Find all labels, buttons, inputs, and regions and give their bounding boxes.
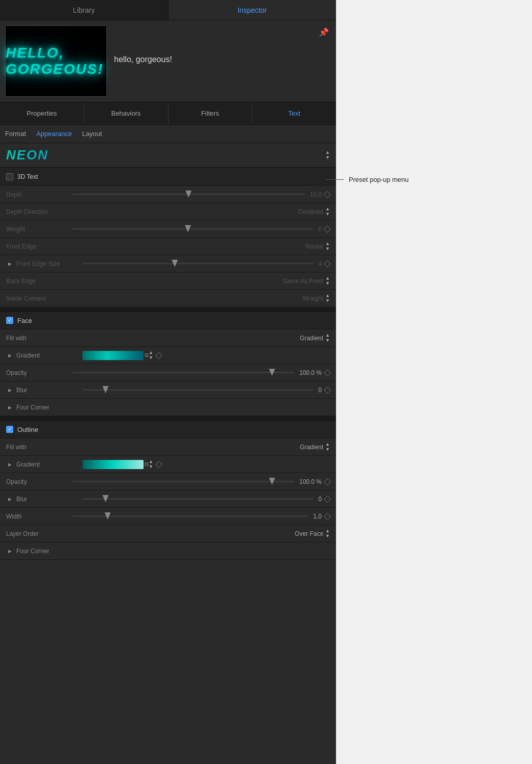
front-edge-size-row: ▶ Front Edge Size 4 bbox=[0, 255, 336, 272]
3d-text-header: 3D Text bbox=[0, 168, 336, 186]
front-edge-row: Front Edge Round ▲▼ bbox=[0, 238, 336, 255]
weight-slider[interactable] bbox=[72, 228, 313, 230]
outline-width-row: Width 1.0 bbox=[0, 508, 336, 525]
depth-direction-arrows[interactable]: ▲▼ bbox=[325, 207, 330, 217]
inside-corners-arrows[interactable]: ▲▼ bbox=[325, 293, 330, 304]
3d-text-checkbox[interactable] bbox=[6, 173, 13, 180]
preview-title: hello, gorgeous! bbox=[114, 55, 172, 64]
inside-corners-value: Straight ▲▼ bbox=[302, 293, 330, 304]
inside-corners-row: Inside Corners Straight ▲▼ bbox=[0, 290, 336, 307]
outline-layer-order-label: Layer Order bbox=[6, 530, 67, 537]
outline-gradient-arrows[interactable]: ▲▼ bbox=[149, 459, 153, 470]
weight-keyframe[interactable] bbox=[324, 225, 331, 232]
outline-layer-order-value: Over Face ▲▼ bbox=[295, 529, 330, 539]
pin-icon[interactable]: 📌 bbox=[319, 28, 329, 37]
face-label: Face bbox=[17, 317, 32, 324]
face-gradient-swatch[interactable] bbox=[82, 351, 144, 360]
face-blur-keyframe[interactable] bbox=[324, 386, 331, 393]
subtab-appearance[interactable]: Appearance bbox=[36, 130, 72, 138]
back-edge-arrows[interactable]: ▲▼ bbox=[325, 276, 330, 286]
tab-filters[interactable]: Filters bbox=[169, 102, 253, 124]
outline-blur-thumb[interactable] bbox=[102, 495, 108, 502]
front-edge-size-slider[interactable] bbox=[82, 263, 313, 264]
outline-opacity-value: 100.0 % bbox=[299, 478, 322, 485]
tab-library[interactable]: Library bbox=[0, 0, 169, 20]
outline-layer-order-arrows[interactable]: ▲▼ bbox=[325, 529, 330, 539]
depth-row: Depth 10.0 bbox=[0, 186, 336, 203]
outline-blur-expand[interactable]: ▶ bbox=[6, 496, 13, 503]
outline-blur-slider[interactable] bbox=[82, 498, 313, 500]
face-blur-thumb[interactable] bbox=[102, 386, 108, 393]
face-checkbox[interactable]: ✓ bbox=[6, 317, 13, 324]
outline-width-value: 1.0 bbox=[313, 513, 322, 520]
outline-opacity-keyframe[interactable] bbox=[324, 478, 331, 485]
face-fill-arrows[interactable]: ▲▼ bbox=[325, 333, 330, 343]
face-blur-slider[interactable] bbox=[82, 389, 313, 391]
outline-opacity-label: Opacity bbox=[6, 478, 67, 485]
outline-gradient-keyframe[interactable] bbox=[155, 460, 162, 468]
tab-properties[interactable]: Properties bbox=[0, 102, 84, 124]
subtab-layout[interactable]: Layout bbox=[82, 130, 102, 138]
outline-width-slider[interactable] bbox=[72, 515, 308, 517]
outline-blur-row: ▶ Blur 0 bbox=[0, 490, 336, 508]
face-blur-row: ▶ Blur 0 bbox=[0, 381, 336, 399]
outline-opacity-thumb[interactable] bbox=[269, 478, 275, 485]
outline-label: Outline bbox=[17, 426, 38, 433]
outline-fill-arrows[interactable]: ▲▼ bbox=[325, 442, 330, 452]
depth-direction-label: Depth Direction bbox=[6, 208, 67, 215]
front-edge-size-expand[interactable]: ▶ bbox=[6, 260, 13, 267]
outline-gradient-copy[interactable]: ⧉ bbox=[145, 461, 149, 468]
depth-direction-value: Centered ▲▼ bbox=[298, 207, 330, 217]
divider-2 bbox=[0, 416, 336, 420]
front-edge-size-keyframe[interactable] bbox=[324, 260, 331, 267]
face-four-corner-expand[interactable]: ▶ bbox=[6, 404, 13, 411]
main-tab-bar: Library Inspector bbox=[0, 0, 336, 20]
face-opacity-keyframe[interactable] bbox=[324, 369, 331, 376]
face-opacity-label: Opacity bbox=[6, 369, 67, 376]
face-gradient-keyframe[interactable] bbox=[155, 351, 162, 359]
3d-text-label: 3D Text bbox=[17, 173, 38, 180]
face-gradient-label: Gradient bbox=[16, 352, 77, 359]
front-edge-label: Front Edge bbox=[6, 243, 67, 250]
outline-gradient-swatch[interactable] bbox=[82, 460, 144, 469]
outline-fill-value: Gradient ▲▼ bbox=[300, 442, 330, 452]
face-opacity-row: Opacity 100.0 % bbox=[0, 364, 336, 381]
face-gradient-arrows[interactable]: ▲▼ bbox=[149, 350, 153, 361]
outline-opacity-slider[interactable] bbox=[72, 481, 294, 482]
face-gradient-row: ▶ Gradient ⧉ ▲▼ bbox=[0, 347, 336, 364]
outline-checkbox[interactable]: ✓ bbox=[6, 426, 13, 433]
face-opacity-slider[interactable] bbox=[72, 372, 294, 373]
depth-label: Depth bbox=[6, 191, 67, 198]
outline-width-thumb[interactable] bbox=[104, 512, 110, 520]
subtab-format[interactable]: Format bbox=[5, 130, 26, 138]
outline-gradient-expand[interactable]: ▶ bbox=[6, 461, 13, 468]
front-edge-size-thumb[interactable] bbox=[172, 260, 178, 267]
depth-slider[interactable] bbox=[72, 194, 305, 195]
face-blur-expand[interactable]: ▶ bbox=[6, 387, 13, 394]
callout-text: Preset pop-up menu bbox=[349, 176, 409, 183]
weight-thumb[interactable] bbox=[185, 225, 191, 232]
face-fill-value: Gradient ▲▼ bbox=[300, 333, 330, 343]
face-gradient-copy[interactable]: ⧉ bbox=[145, 352, 149, 359]
outline-width-keyframe[interactable] bbox=[324, 512, 331, 520]
preset-updown-arrows: ▲▼ bbox=[325, 150, 330, 160]
outline-blur-keyframe[interactable] bbox=[324, 495, 331, 502]
face-gradient-expand[interactable]: ▶ bbox=[6, 352, 13, 359]
face-opacity-value: 100.0 % bbox=[299, 369, 322, 376]
section-tabs: Properties Behaviors Filters Text bbox=[0, 102, 336, 125]
depth-thumb[interactable] bbox=[185, 190, 191, 198]
tab-inspector[interactable]: Inspector bbox=[169, 0, 337, 20]
tab-text[interactable]: Text bbox=[253, 102, 336, 124]
tab-behaviors[interactable]: Behaviors bbox=[84, 102, 168, 124]
outline-checkbox-check: ✓ bbox=[8, 427, 12, 432]
preset-menu-button[interactable]: ▲▼ bbox=[325, 150, 330, 160]
divider-1 bbox=[0, 307, 336, 311]
outline-layer-order-row: Layer Order Over Face ▲▼ bbox=[0, 525, 336, 542]
front-edge-arrows[interactable]: ▲▼ bbox=[325, 241, 330, 252]
content-scroll[interactable]: 3D Text Depth 10.0 Depth Direction Cente… bbox=[0, 168, 336, 764]
outline-blur-value: 0 bbox=[318, 496, 322, 503]
outline-four-corner-expand[interactable]: ▶ bbox=[6, 548, 13, 555]
depth-keyframe[interactable] bbox=[324, 190, 331, 198]
face-opacity-thumb[interactable] bbox=[269, 369, 275, 376]
outline-width-label: Width bbox=[6, 513, 67, 520]
